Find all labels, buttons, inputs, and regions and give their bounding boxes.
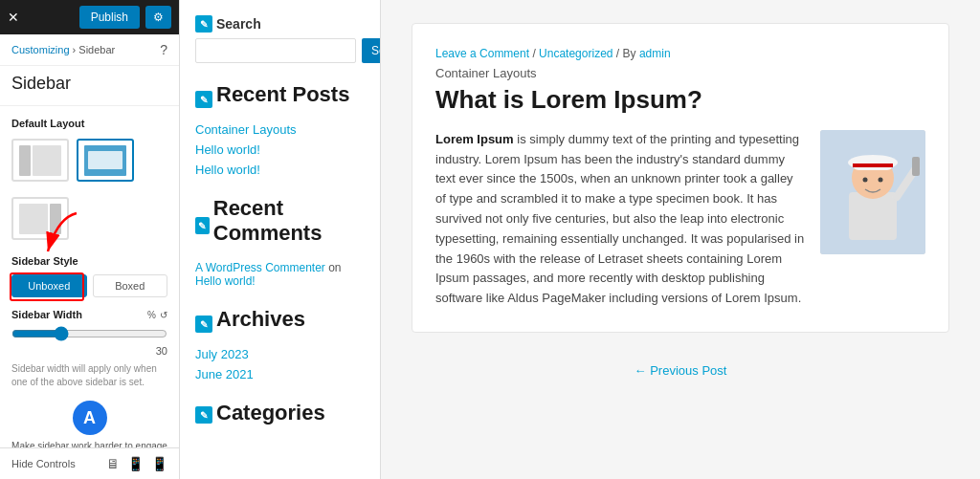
main-area: ✎ Search Search ✎ Recent Posts Container…	[180, 0, 980, 479]
search-widget: ✎ Search Search	[195, 15, 365, 63]
style-boxed-button[interactable]: Boxed	[93, 274, 168, 297]
svg-rect-10	[912, 157, 920, 176]
post-navigation: ← Previous Post	[412, 352, 949, 389]
publish-button[interactable]: Publish	[79, 6, 140, 29]
prev-post-link[interactable]: ← Previous Post	[635, 363, 727, 378]
breadcrumb-section: Sidebar	[78, 44, 115, 55]
layout-option-4[interactable]	[11, 197, 69, 240]
close-icon[interactable]: ✕	[8, 10, 19, 25]
width-section: Sidebar Width % ↺ 30 Sidebar width will …	[11, 309, 167, 389]
post-title: What is Lorem Ipsum?	[435, 84, 925, 117]
svg-rect-2	[849, 192, 897, 240]
post-link-2[interactable]: Hello world!	[195, 142, 365, 157]
style-options: Unboxed Boxed	[11, 274, 167, 297]
desktop-icon[interactable]: 🖥	[106, 456, 120, 471]
layout-option-1[interactable]	[11, 139, 69, 182]
layout-option-2[interactable]	[77, 139, 134, 182]
categories-edit-icon[interactable]: ✎	[195, 406, 212, 424]
tablet-icon[interactable]: 📱	[127, 456, 144, 471]
svg-point-8	[879, 177, 883, 182]
recent-posts-title: ✎ Recent Posts	[195, 82, 365, 117]
default-layout-label: Default Layout	[11, 118, 167, 129]
panel-footer: Hide Controls 🖥 📱 📱	[0, 447, 179, 479]
breadcrumb: Customizing › Sidebar ?	[0, 34, 179, 66]
recent-posts-widget: ✎ Recent Posts Container Layouts Hello w…	[195, 82, 365, 177]
post-card: Leave a Comment / Uncategorized / By adm…	[412, 23, 949, 333]
comment-post-link[interactable]: Hello world!	[195, 274, 256, 288]
sidebar-widgets: ✎ Search Search ✎ Recent Posts Container…	[180, 0, 381, 479]
layout-options-row2	[11, 197, 167, 240]
svg-point-7	[863, 177, 868, 182]
svg-rect-6	[853, 163, 893, 167]
author-link[interactable]: admin	[639, 47, 671, 60]
panel-title: Sidebar	[0, 66, 179, 106]
percent-label: %	[147, 310, 156, 320]
help-icon[interactable]: ?	[160, 42, 167, 57]
breadcrumb-customizing[interactable]: Customizing	[11, 44, 70, 55]
hide-controls-button[interactable]: Hide Controls	[11, 458, 76, 469]
categories-widget: ✎ Categories	[195, 401, 365, 429]
sidebar-note: Make sidebar work harder to engage	[11, 441, 167, 447]
categories-title: ✎ Categories	[195, 401, 365, 429]
archive-link-1[interactable]: July 2023	[195, 347, 365, 361]
panel-body: Default Layout	[0, 106, 179, 447]
width-note: Sidebar width will apply only when one o…	[11, 362, 167, 389]
archives-edit-icon[interactable]: ✎	[195, 316, 212, 333]
recent-comments-title: ✎ Recent Comments	[195, 196, 365, 255]
customizer-panel: ✕ Publish ⚙ Customizing › Sidebar ? Side…	[0, 0, 180, 479]
search-widget-title: ✎ Search	[195, 15, 365, 33]
layout-options	[11, 139, 167, 182]
content-area: Leave a Comment / Uncategorized / By adm…	[381, 0, 980, 479]
top-bar: ✕ Publish ⚙	[0, 0, 179, 34]
post-meta: Leave a Comment / Uncategorized / By adm…	[435, 47, 925, 60]
refresh-icon[interactable]: ↺	[160, 310, 167, 320]
sidebar-style-label: Sidebar Style	[11, 255, 167, 267]
post-link-1[interactable]: Container Layouts	[195, 122, 365, 137]
commenter-link[interactable]: A WordPress Commenter	[195, 261, 325, 274]
style-unboxed-button[interactable]: Unboxed	[11, 274, 87, 297]
search-edit-icon[interactable]: ✎	[195, 15, 212, 33]
post-body: Lorem Ipsum is simply dummy text of the …	[435, 130, 805, 309]
archives-title: ✎ Archives	[195, 307, 365, 341]
search-input[interactable]	[195, 38, 356, 63]
style-section: Sidebar Style Unboxed Boxed	[11, 255, 167, 297]
archives-widget: ✎ Archives July 2023 June 2021	[195, 307, 365, 381]
post-category-label: Container Layouts	[435, 66, 925, 80]
width-slider[interactable]	[11, 326, 167, 341]
post-link-3[interactable]: Hello world!	[195, 163, 365, 177]
width-controls: % ↺	[147, 310, 167, 320]
gear-button[interactable]: ⚙	[145, 6, 171, 29]
recent-comments-widget: ✎ Recent Comments A WordPress Commenter …	[195, 196, 365, 288]
archive-link-2[interactable]: June 2021	[195, 367, 365, 381]
comment-meta: A WordPress Commenter on Hello world!	[195, 261, 365, 288]
leave-comment-link[interactable]: Leave a Comment	[435, 47, 529, 60]
post-content-row: Lorem Ipsum is simply dummy text of the …	[435, 130, 925, 309]
astra-logo: A	[11, 401, 167, 435]
search-input-row: Search	[195, 38, 365, 63]
width-value: 30	[11, 345, 167, 357]
recent-posts-edit-icon[interactable]: ✎	[195, 91, 212, 108]
recent-comments-edit-icon[interactable]: ✎	[195, 217, 210, 234]
footer-icons: 🖥 📱 📱	[106, 456, 167, 471]
post-image	[820, 130, 925, 254]
mobile-icon[interactable]: 📱	[151, 456, 167, 471]
search-button[interactable]: Search	[362, 38, 381, 63]
sidebar-width-label: Sidebar Width	[11, 309, 82, 320]
width-header: Sidebar Width % ↺	[11, 309, 167, 320]
category-link[interactable]: Uncategorized	[539, 47, 612, 60]
astra-icon: A	[73, 401, 107, 435]
